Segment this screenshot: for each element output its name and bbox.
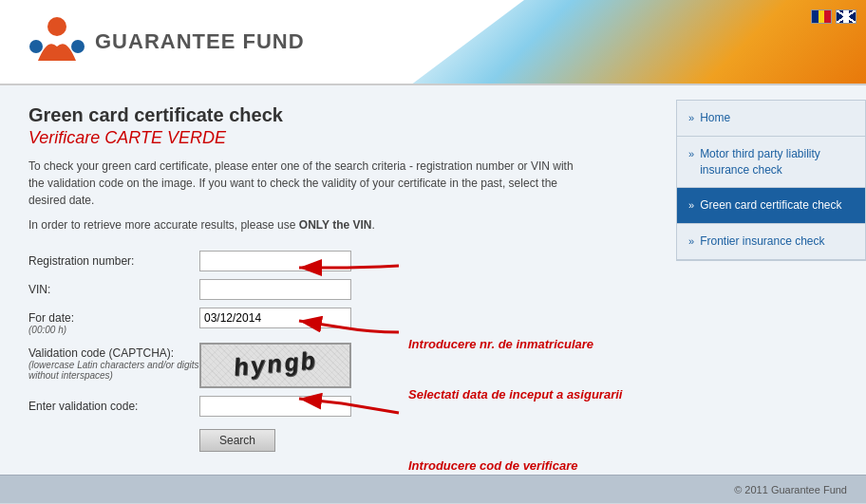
logo-area: GUARANTEE FUND xyxy=(0,13,305,70)
vin-row: VIN: xyxy=(28,279,446,300)
page-subtitle: Verificare CARTE VERDE xyxy=(28,128,648,148)
header: GUARANTEE FUND xyxy=(0,0,866,85)
page-note: In order to retrieve more accurate resul… xyxy=(28,218,648,232)
page-title: Green card certificate check xyxy=(28,104,648,126)
date-sublabel: (00:00 h) xyxy=(28,325,199,335)
annotation-2: Selectati data de inceput a asigurarii xyxy=(408,387,622,401)
annotations-area: Introducere nr. de inmatriculare Selecta… xyxy=(408,337,622,499)
sidebar: » Home » Motor third party liability ins… xyxy=(676,85,866,475)
header-banner xyxy=(410,0,866,85)
sidebar-item-home[interactable]: » Home xyxy=(677,101,865,137)
page-description: To check your green card certificate, pl… xyxy=(28,158,589,209)
flag-group xyxy=(811,9,857,24)
date-label: For date: (00:00 h) xyxy=(28,308,199,335)
sidebar-item-home-label: Home xyxy=(700,110,854,126)
date-row: For date: (00:00 h) xyxy=(28,308,446,335)
flag-romania[interactable] xyxy=(811,9,832,24)
registration-label: Registration number: xyxy=(28,251,199,268)
date-input[interactable] xyxy=(199,308,351,328)
svg-point-2 xyxy=(71,40,85,53)
vin-label: VIN: xyxy=(28,279,199,296)
sidebar-arrow-frontier: » xyxy=(688,234,694,249)
vin-input[interactable] xyxy=(199,279,351,300)
validation-code-row: Enter validation code: xyxy=(28,396,446,417)
search-form: Registration number: VIN: For date: (00:… xyxy=(28,251,446,452)
captcha-image: hyngb xyxy=(199,343,351,388)
footer-copyright: © 2011 Guarantee Fund xyxy=(734,484,847,495)
sidebar-item-greencard[interactable]: » Green card certificate check xyxy=(677,188,865,224)
sidebar-arrow-mtpl: » xyxy=(688,147,694,161)
validation-code-input[interactable] xyxy=(199,396,351,417)
svg-point-0 xyxy=(47,17,66,36)
page-note-bold: ONLY the VIN xyxy=(299,218,372,232)
sidebar-item-frontier-label: Frontier insurance check xyxy=(700,233,854,250)
svg-point-1 xyxy=(29,40,43,53)
sidebar-item-mtpl-label: Motor third party liability insurance ch… xyxy=(700,146,854,178)
page-note-prefix: In order to retrieve more accurate resul… xyxy=(28,218,299,232)
sidebar-item-greencard-label: Green card certificate check xyxy=(700,197,854,214)
logo-icon xyxy=(28,13,85,70)
annotation-3: Introducere cod de verificare xyxy=(408,458,622,473)
captcha-sublabel: (lowercase Latin characters and/or digit… xyxy=(28,360,199,381)
annotation-1: Introducere nr. de inmatriculare xyxy=(408,337,622,351)
sidebar-arrow-greencard: » xyxy=(688,198,694,213)
registration-input[interactable] xyxy=(199,251,351,271)
captcha-label: Validation code (CAPTCHA): (lowercase La… xyxy=(28,343,199,381)
sidebar-item-frontier[interactable]: » Frontier insurance check xyxy=(677,224,865,260)
form-area: Green card certificate check Verificare … xyxy=(0,85,676,475)
flag-uk[interactable] xyxy=(836,9,857,24)
captcha-label-row: Validation code (CAPTCHA): (lowercase La… xyxy=(28,343,446,388)
registration-row: Registration number: xyxy=(28,251,446,271)
sidebar-menu: » Home » Motor third party liability ins… xyxy=(676,100,866,261)
page-note-suffix: . xyxy=(372,218,375,232)
site-title: GUARANTEE FUND xyxy=(95,29,305,54)
search-button[interactable]: Search xyxy=(199,429,275,452)
sidebar-arrow-home: » xyxy=(688,111,694,125)
main-content: Green card certificate check Verificare … xyxy=(0,85,866,475)
validation-code-label: Enter validation code: xyxy=(28,396,199,413)
sidebar-item-mtpl[interactable]: » Motor third party liability insurance … xyxy=(677,137,865,189)
